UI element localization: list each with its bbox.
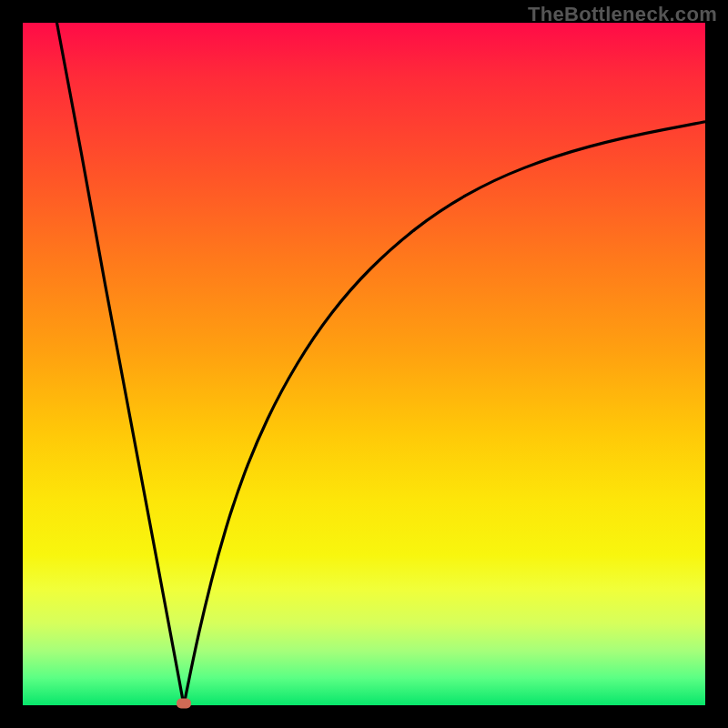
left-branch-path	[57, 23, 185, 705]
watermark-text: TheBottleneck.com	[528, 3, 717, 26]
chart-frame: TheBottleneck.com	[0, 0, 728, 728]
right-branch-path	[184, 122, 705, 705]
minimum-marker	[177, 698, 191, 708]
curve-svg	[23, 23, 705, 705]
plot-area	[23, 23, 705, 705]
